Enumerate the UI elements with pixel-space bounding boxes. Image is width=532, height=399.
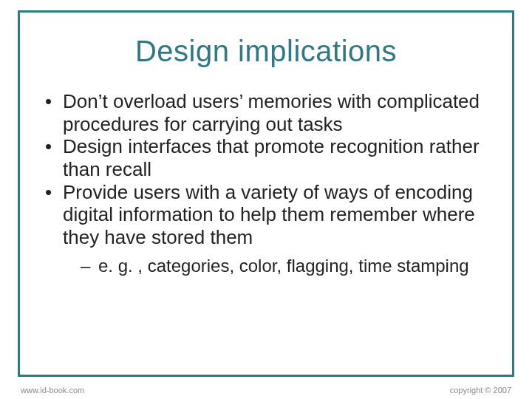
- footer: www.id-book.com copyright © 2007: [18, 381, 514, 395]
- sub-bullet-item: e. g. , categories, color, flagging, tim…: [63, 255, 491, 277]
- bullet-text: Provide users with a variety of ways of …: [63, 181, 475, 248]
- bullet-item: Provide users with a variety of ways of …: [41, 181, 491, 277]
- bullet-item: Design interfaces that promote recogniti…: [41, 135, 491, 180]
- sub-bullet-list: e. g. , categories, color, flagging, tim…: [63, 255, 491, 277]
- bullet-list: Don’t overload users’ memories with comp…: [41, 90, 491, 277]
- footer-copyright: copyright © 2007: [450, 386, 511, 395]
- footer-url: www.id-book.com: [21, 386, 84, 395]
- slide: Design implications Don’t overload users…: [0, 0, 532, 399]
- bullet-item: Don’t overload users’ memories with comp…: [41, 90, 491, 135]
- slide-title: Design implications: [41, 35, 491, 68]
- slide-frame: Design implications Don’t overload users…: [18, 10, 514, 377]
